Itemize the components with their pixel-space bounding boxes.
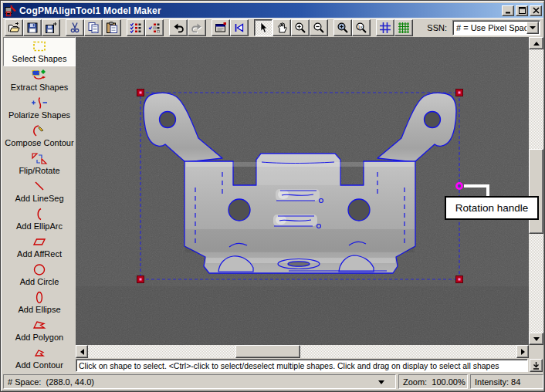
close-button[interactable] [530,5,542,16]
magnifier-minus-icon [313,22,325,34]
floppy-arrow-icon [45,22,57,34]
sidebar-item-select-shapes[interactable]: Select Shapes [3,37,76,66]
space-status-text: # Space: (288.0, 44.0) [8,377,94,387]
minimize-button[interactable] [502,5,514,16]
zoom-in-button[interactable] [291,19,310,36]
magnifier-fill-icon [337,22,349,34]
maximize-icon [519,7,526,14]
titlebar[interactable]: CogPMAlignTool1 Model Maker [3,3,543,18]
sidebar-item-label: Add Ellipse [18,305,60,314]
ssn-label: SSN: [427,23,447,32]
hint-message-text: Click on shape to select. <Ctrl>-click t… [79,361,499,370]
paste-button[interactable] [103,19,121,36]
hand-icon [276,22,288,34]
sidebar-item-add-contour[interactable]: Add Contour [3,344,76,372]
vertical-scroll-thumb[interactable] [529,149,543,234]
scroll-right-button[interactable] [516,345,529,358]
left-ear-hole [160,112,176,128]
sidebar-item-add-lineseg[interactable]: Add LineSeg [3,177,76,205]
select-shapes-icon [30,40,49,53]
zoom-status-text: Zoom: 100.00% [403,377,465,387]
properties-dialog-icon [215,22,227,34]
sidebar-item-label: Add Contour [15,360,63,370]
scroll-left-button[interactable] [76,345,88,358]
sidebar-item-polarize-shapes[interactable]: Polarize Shapes [3,94,76,122]
undo-button[interactable] [169,19,188,36]
image-display[interactable] [76,37,529,345]
zoom-1x-button[interactable]: 1x [352,19,371,36]
add-lineseg-icon [30,180,49,193]
arrow-left-icon [77,349,84,355]
open-button[interactable] [5,19,23,36]
model-scene [76,37,529,345]
save-button[interactable] [23,19,42,36]
ssn-selected-value: # = Use Pixel Space [456,23,533,32]
sidebar-item-add-affrect[interactable]: Add AffRect [3,233,76,261]
scroll-up-button[interactable] [529,37,543,49]
horizontal-scroll-thumb[interactable] [235,345,300,358]
pointer-tool-button[interactable] [254,19,272,36]
polarize-shapes-icon [30,96,49,110]
pan-tool-button[interactable] [272,19,291,36]
chevron-down-icon [530,26,536,32]
sidebar-item-add-polygon[interactable]: Add Polygon [3,316,76,344]
cut-button[interactable] [66,19,84,36]
ssn-combobox[interactable]: # = Use Pixel Space [452,20,540,35]
ssn-dropdown-button[interactable] [526,22,539,34]
save-as-button[interactable] [42,19,60,36]
clipboard-icon [106,22,118,34]
add-polygon-icon [30,319,49,332]
maximize-button[interactable] [516,5,528,16]
skip-to-start-button[interactable] [230,19,249,36]
redo-button[interactable] [188,19,206,36]
arrow-right-icon [521,349,528,355]
blue-grid-icon [379,22,391,34]
sidebar-item-add-circle[interactable]: Add Circle [3,261,76,289]
deselect-shapes-button[interactable] [145,19,164,36]
open-folder-icon [8,22,20,34]
sidebar-item-compose-contour[interactable]: Compose Contour [3,122,76,150]
sidebar-item-extract-shapes[interactable]: Extract Shapes [3,66,76,94]
copy-button[interactable] [84,19,103,36]
horizontal-scrollbar[interactable] [76,345,529,358]
magnifier-plus-icon [294,22,306,34]
extract-shapes-icon [30,69,49,82]
ssn-group: SSN: # = Use Pixel Space [427,20,542,35]
scroll-down-button[interactable] [529,333,543,345]
model-maker-icon [5,5,17,17]
compose-contour-icon [30,124,49,137]
skip-back-icon [233,22,245,34]
redo-arrow-icon [191,22,203,34]
zoom-out-button[interactable] [310,19,328,36]
sidebar-item-add-elliparc[interactable]: Add EllipArc [3,205,76,233]
space-status-panel[interactable]: # Space: (288.0, 44.0) [3,374,396,389]
add-contour-icon [30,346,49,360]
sidebar-item-label: Add LineSeg [15,194,64,203]
message-expand-button[interactable] [530,359,543,372]
window-title: CogPMAlignTool1 Model Maker [19,5,500,16]
right-body-hole [348,199,370,221]
intensity-status-panel: Intensity: 84 [470,374,543,389]
status-bar: # Space: (288.0, 44.0) Zoom: 100.00% Int… [3,374,543,389]
left-body-hole [228,199,250,221]
floppy-icon [26,22,39,34]
properties-button[interactable] [212,19,230,36]
grid-coarse-button[interactable] [376,19,394,36]
minimize-icon [505,7,512,14]
select-all-shapes-button[interactable] [127,19,145,36]
app-window: CogPMAlignTool1 Model Maker [0,0,545,392]
sidebar-item-flip-rotate[interactable]: Flip/Rotate [3,150,76,177]
down-arrow-bar-icon [533,362,540,370]
sidebar-item-add-ellipse[interactable]: Add Ellipse [3,289,76,316]
svg-text:1x: 1x [358,25,363,29]
checklist-all-icon [130,22,142,34]
space-dropdown-icon[interactable] [378,380,384,387]
magnifier-1x-icon: 1x [355,22,367,34]
main-toolbar: 1x SSN: # = Use Pixel Space [3,18,543,37]
arrow-down-icon [533,337,540,344]
vertical-scrollbar[interactable] [529,37,543,345]
shape-tool-sidebar: Select Shapes Extract Shapes Polarize Sh… [3,37,76,373]
grid-fine-button[interactable] [394,19,413,36]
cursor-arrow-icon [257,22,269,34]
zoom-fit-button[interactable] [333,19,352,36]
